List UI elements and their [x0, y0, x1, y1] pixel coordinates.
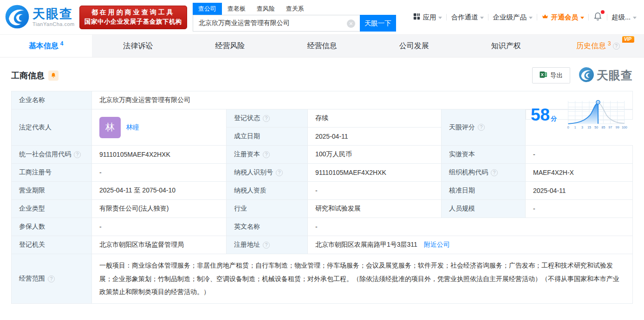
avatar[interactable]: 林: [99, 117, 121, 138]
search-input-wrap: [193, 15, 360, 32]
help-icon[interactable]: [491, 169, 498, 176]
industry-value: 研究和试验发展: [308, 200, 442, 218]
company-detail-tabs: 基本信息 4 法律诉讼 经营风险 经营信息 公司发展 知识产权 VIP 历史信息…: [0, 34, 644, 58]
chevron-down-icon: [438, 17, 442, 19]
reg-address-value: 北京市朝阳区农展南路甲1号3层311: [315, 241, 417, 248]
approval-date-value: 2025-04-11: [526, 182, 633, 200]
tab-company-development[interactable]: 公司发展: [368, 35, 460, 57]
legal-rep-link[interactable]: 林瞳: [126, 123, 139, 132]
legal-rep-cell: 林 林瞳: [92, 109, 227, 146]
score-distribution-chart: 0 1 3 15 50 85 97 99 100: [566, 96, 631, 133]
clear-search-icon[interactable]: [347, 19, 355, 28]
company-type-value: 有限责任公司(法人独资): [92, 200, 227, 218]
taxpayer-quality-value: -: [308, 182, 442, 200]
tab-operating-risk[interactable]: 经营风险: [184, 35, 276, 57]
svg-text:0: 0: [567, 126, 569, 129]
paid-capital-value: -: [526, 146, 633, 164]
field-label: 纳税人资质: [227, 182, 308, 200]
promo-line2: 国家中小企业发展子基金旗下机构: [85, 18, 182, 26]
field-label: 登记状态: [227, 109, 308, 128]
help-icon[interactable]: [263, 151, 270, 158]
table-row: 统一社会信用代码 91110105MAEF4X2HXK 注册资本 100万人民币…: [12, 146, 633, 164]
nav-notifications[interactable]: [593, 12, 603, 23]
field-label: 营业期限: [12, 182, 92, 200]
reg-authority-value: 北京市朝阳区市场监督管理局: [92, 236, 227, 254]
help-icon[interactable]: [263, 115, 270, 122]
main-content: 工商信息 导出: [0, 58, 644, 304]
score-value: 58分: [531, 106, 557, 123]
table-row: 企业类型 有限责任公司(法人独资) 行业 研究和试验发展 人员规模 -: [12, 200, 633, 218]
field-label: 企业名称: [12, 91, 92, 109]
divider: [537, 14, 537, 20]
tab-basic-info[interactable]: 基本信息 4: [0, 35, 92, 57]
search-tab-relation[interactable]: 查关系: [280, 3, 310, 15]
field-label: 法定代表人: [12, 109, 92, 146]
nav-partner-channel[interactable]: 合作通道: [451, 13, 484, 22]
help-icon[interactable]: [276, 169, 283, 176]
business-info-table: 企业名称 北京欣万商业运营管理有限公司 法定代表人 林 林瞳 登记状态 存续 天…: [11, 91, 633, 304]
logo-subtitle: TianYanCha.com: [33, 21, 75, 27]
help-icon[interactable]: [613, 43, 620, 50]
score-cell: 58分: [526, 109, 633, 120]
help-icon[interactable]: [74, 151, 81, 158]
tab-intellectual-property[interactable]: 知识产权: [460, 35, 552, 57]
monitor-bell-button[interactable]: [48, 70, 59, 81]
help-icon[interactable]: [478, 124, 485, 131]
divider: [488, 14, 488, 20]
field-label: 人员规模: [442, 200, 526, 218]
search-button[interactable]: 天眼一下: [360, 15, 396, 32]
nav-enterprise-products[interactable]: 企业级产品: [493, 13, 533, 22]
tianyancha-logo-icon: [5, 4, 30, 31]
table-row: 登记机关 北京市朝阳区市场监督管理局 注册地址 北京市朝阳区农展南路甲1号3层3…: [12, 236, 633, 254]
nav-super-vip[interactable]: 超级...: [611, 13, 637, 22]
org-code-value: MAEF4X2H-X: [526, 164, 633, 182]
nav-apps[interactable]: 应用: [413, 13, 442, 22]
help-icon[interactable]: [263, 242, 270, 249]
field-label: 英文名称: [227, 218, 308, 236]
tab-legal-proceedings[interactable]: 法律诉讼: [92, 35, 184, 57]
field-label: 经营范围: [12, 254, 92, 304]
promo-banner: 都在用的商业查询工具 国家中小企业发展子基金旗下机构: [79, 6, 187, 29]
establish-date-value: 2025-04-11: [308, 128, 442, 146]
export-button[interactable]: 导出: [532, 67, 570, 83]
header-nav: 应用 合作通道 企业级产品 开通会员: [413, 12, 637, 23]
tianyancha-logo[interactable]: 天眼查 TianYanCha.com: [5, 4, 75, 31]
field-label: 实缴资本: [442, 146, 526, 164]
english-name-value: -: [308, 218, 633, 236]
business-term-value: 2025-04-11 至 2075-04-10: [92, 182, 227, 200]
svg-text:15: 15: [587, 126, 591, 129]
svg-text:99: 99: [615, 126, 619, 129]
field-label: 组织机构代码: [442, 164, 526, 182]
svg-text:1: 1: [574, 126, 576, 129]
reg-status-value: 存续: [308, 109, 442, 128]
taxpayer-id-value: 91110105MAEF4X2HXK: [308, 164, 442, 182]
nav-vip-upgrade[interactable]: 开通会员: [541, 13, 584, 22]
tab-business-info[interactable]: 经营信息: [276, 35, 368, 57]
nearby-companies-link[interactable]: 附近公司: [424, 241, 450, 248]
search-input[interactable]: [193, 15, 360, 31]
search-tab-company[interactable]: 查公司: [193, 3, 222, 15]
field-label: 参保人数: [12, 218, 92, 236]
excel-icon: [540, 71, 547, 80]
divider: [446, 14, 447, 20]
field-label: 工商注册号: [12, 164, 92, 182]
search-tabs: 查公司 查老板 查风险 查关系: [193, 3, 396, 15]
chevron-down-icon: [480, 17, 484, 19]
field-label: 登记机关: [12, 236, 92, 254]
svg-text:100: 100: [621, 126, 627, 129]
search-tab-boss[interactable]: 查老板: [222, 3, 251, 15]
field-label: 注册地址: [227, 236, 308, 254]
chevron-down-icon: [580, 17, 584, 19]
field-label: 成立日期: [227, 128, 308, 146]
promo-line1: 都在用的商业查询工具: [85, 8, 182, 17]
tab-history-info[interactable]: VIP 历史信息 3: [552, 35, 644, 57]
field-label: 注册资本: [227, 146, 308, 164]
help-icon[interactable]: [48, 275, 55, 282]
top-header: 天眼查 TianYanCha.com 都在用的商业查询工具 国家中小企业发展子基…: [0, 0, 644, 34]
search-tab-risk[interactable]: 查风险: [251, 3, 280, 15]
logo-title: 天眼查: [33, 7, 75, 21]
reg-address-cell: 北京市朝阳区农展南路甲1号3层311 附近公司: [308, 236, 633, 254]
crown-icon: [541, 13, 549, 22]
field-label: 纳税人识别号: [227, 164, 308, 182]
vip-badge: VIP: [622, 36, 634, 43]
